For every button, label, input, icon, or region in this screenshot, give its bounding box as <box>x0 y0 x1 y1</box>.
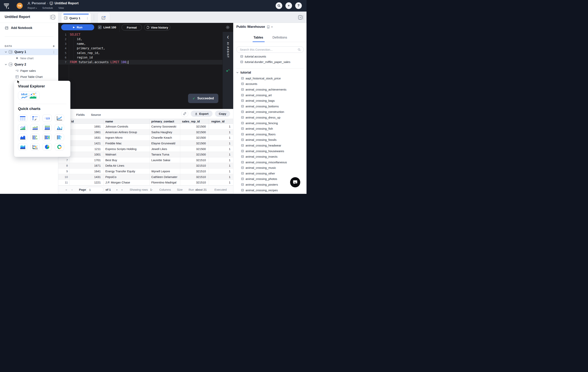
tab-definitions[interactable]: Definitions <box>273 36 287 39</box>
quick-chart-line-bar-button[interactable] <box>18 124 27 131</box>
next-page-button[interactable]: ▸ <box>116 188 118 191</box>
column-header-id[interactable]: id <box>69 119 104 124</box>
table-list-item[interactable]: animal_crossing_art <box>233 92 306 98</box>
table-row[interactable]: 11 1221 J.P. Morgan Chase Florentino Mad… <box>58 180 233 185</box>
export-button[interactable]: Export <box>191 110 212 117</box>
quick-chart-stacked-area-button[interactable] <box>18 143 27 151</box>
tab-fields[interactable]: Fields <box>76 111 85 116</box>
table-row[interactable]: 2 1661 American Airlines Group Sasha Hau… <box>58 129 233 135</box>
share-link-button[interactable] <box>181 110 188 117</box>
quick-chart-stacked-bar-button[interactable] <box>30 134 40 141</box>
visual-explorer-button[interactable] <box>18 91 40 100</box>
chevron-down-icon[interactable] <box>5 51 7 53</box>
table-list-item[interactable]: animal_crossing_other <box>233 170 306 176</box>
table-row[interactable]: 6 1001 Walmart Tamara Tuma 321500 1 <box>58 152 233 158</box>
table-list-item[interactable]: animal_crossing_fish <box>233 126 306 131</box>
quick-chart-area-button[interactable] <box>18 134 27 141</box>
table-list-item[interactable]: aapl_historical_stock_price <box>233 75 306 81</box>
sidebar-item-query1[interactable]: Query 1 ⋮ <box>0 49 58 55</box>
table-list-item[interactable]: animal_crossing_music <box>233 165 306 171</box>
table-list-item[interactable]: animal_crossing_insects <box>233 154 306 159</box>
new-chart-tab[interactable] <box>97 12 110 23</box>
menu-schedule[interactable]: Schedule <box>42 6 53 9</box>
limit-checkbox[interactable]: ✓ Limit 100 <box>98 25 116 29</box>
table-row[interactable]: 10 1431 PepsiCo Cathleen Delamater 32151… <box>58 174 233 180</box>
first-page-button[interactable]: « <box>65 188 67 191</box>
tab-source[interactable]: Source <box>91 111 101 116</box>
search-input[interactable] <box>240 47 296 53</box>
view-history-button[interactable]: View history <box>144 24 170 31</box>
connection-selector[interactable]: Public Warehouse ▾ <box>236 25 273 29</box>
chat-launcher-button[interactable] <box>290 177 300 187</box>
sidebar-item-paper-sales[interactable]: ^2 Paper sales <box>0 68 58 74</box>
table-list-item[interactable]: animal_crossing_bottoms <box>233 104 306 109</box>
table-list-item[interactable]: animal_crossing_dress_up <box>233 115 306 120</box>
table-row[interactable]: 4 1421 Freddie Mac Elayne Grunewald 3215… <box>58 141 233 146</box>
schema-group-tutorial[interactable]: tutorial <box>236 71 251 74</box>
quick-chart-pivot-button[interactable] <box>30 114 40 122</box>
table-list-item[interactable]: animal_crossing_headwear <box>233 143 306 148</box>
table-list-item[interactable]: animal_crossing_housewares <box>233 148 306 154</box>
add-notebook-button[interactable]: Add Notebook <box>5 26 32 30</box>
sidebar-item-query2[interactable]: Query 2 <box>0 61 58 68</box>
quick-chart-bar-button[interactable] <box>55 134 64 141</box>
search-button[interactable] <box>276 2 282 9</box>
tab-query1[interactable]: Query 1 ⋮ <box>61 12 91 23</box>
pinned-table-item[interactable]: tutorial.accounts <box>233 53 306 59</box>
table-row[interactable]: 7 1701 Best Buy Laurette Sakai 321510 1 <box>58 158 233 163</box>
create-new-button[interactable]: + <box>285 2 292 9</box>
table-list-item[interactable]: animal_crossing_construction <box>233 109 306 115</box>
breadcrumb-workspace[interactable]: Personal <box>27 1 46 5</box>
ai-assist-panel[interactable]: ❮ AI ASSIST ✦✦ <box>222 32 233 109</box>
chevron-down-icon[interactable] <box>5 64 7 65</box>
table-row[interactable]: 9 1641 Energy Transfer Equity Wynell Lep… <box>58 169 233 174</box>
tab-kebab-icon[interactable]: ⋮ <box>86 17 89 20</box>
table-list-item[interactable]: animal_crossing_bags <box>233 98 306 104</box>
table-list-item[interactable]: animal_crossing_floors <box>233 131 306 137</box>
quick-chart-stacked-column-100-button[interactable] <box>42 124 52 131</box>
table-list-item[interactable]: animal_crossing_miscellaneous <box>233 159 306 165</box>
last-page-button[interactable]: » <box>121 188 123 191</box>
table-row[interactable]: 3 1631 Ingram Micro Chanelle Keach 32150… <box>58 135 233 141</box>
table-list-item[interactable]: animal_crossing_recipes <box>233 187 306 193</box>
quick-chart-line-button[interactable] <box>55 114 64 122</box>
column-header-sales-rep-id[interactable]: sales_rep_id <box>180 119 209 124</box>
collapse-sidebar-icon[interactable] <box>50 14 55 20</box>
table-list-item[interactable]: animal_crossing_fossils <box>233 137 306 143</box>
quick-chart-stacked-bar-100-button[interactable] <box>42 134 52 141</box>
copy-button[interactable]: Copy <box>215 110 230 117</box>
column-header-primary-contact[interactable]: primary_contact <box>149 119 180 124</box>
size-label[interactable]: Size <box>177 188 183 191</box>
quick-chart-stacked-column-button[interactable] <box>30 124 40 131</box>
collapse-right-panel-icon[interactable] <box>298 15 304 20</box>
quick-chart-table-button[interactable] <box>18 114 27 122</box>
quick-chart-scatter-button[interactable] <box>30 143 40 151</box>
page-number-input[interactable] <box>86 187 104 193</box>
table-list-item[interactable]: animal_crossing_fencing <box>233 120 306 126</box>
table-row[interactable]: 1 1691 Johnson Controls Cammy Sosnowski … <box>58 124 233 129</box>
quick-chart-big-number-button[interactable]: ^ 123 <box>42 114 52 122</box>
new-chart-button-query1[interactable]: + New chart <box>0 55 58 61</box>
kebab-menu-icon[interactable]: ⋮ <box>52 50 55 54</box>
quick-chart-grouped-column-button[interactable] <box>55 124 64 131</box>
column-header-region-id[interactable]: region_id <box>209 119 233 124</box>
gear-icon[interactable] <box>226 25 230 30</box>
tab-tables[interactable]: Tables <box>253 36 263 39</box>
app-logo[interactable] <box>3 2 10 9</box>
table-row[interactable]: 8 1671 Delta Air Lines 321510 1 <box>58 163 233 169</box>
format-button[interactable]: Format <box>122 24 142 31</box>
column-header-name[interactable]: name <box>104 119 149 124</box>
table-row[interactable]: 5 1211 Express Scripts Holding Jewell Li… <box>58 146 233 152</box>
table-list-item[interactable]: accounts <box>233 81 306 87</box>
menu-report[interactable]: Report▾ <box>28 6 37 9</box>
pinned-table-item[interactable]: tutorial.dunder_mifflin_paper_sales <box>233 59 306 65</box>
table-list-item[interactable]: animal_crossing_achievements <box>233 87 306 92</box>
breadcrumb-report[interactable]: Untitled Report <box>50 1 79 5</box>
quick-chart-pie-button[interactable] <box>42 143 52 151</box>
quick-chart-donut-button[interactable] <box>55 143 64 151</box>
avatar[interactable]: TM <box>17 3 23 9</box>
menu-view[interactable]: View <box>58 6 64 9</box>
run-button[interactable]: ▶ Run <box>61 24 94 30</box>
add-data-button[interactable]: + <box>52 44 55 48</box>
help-button[interactable]: ? <box>295 2 302 9</box>
